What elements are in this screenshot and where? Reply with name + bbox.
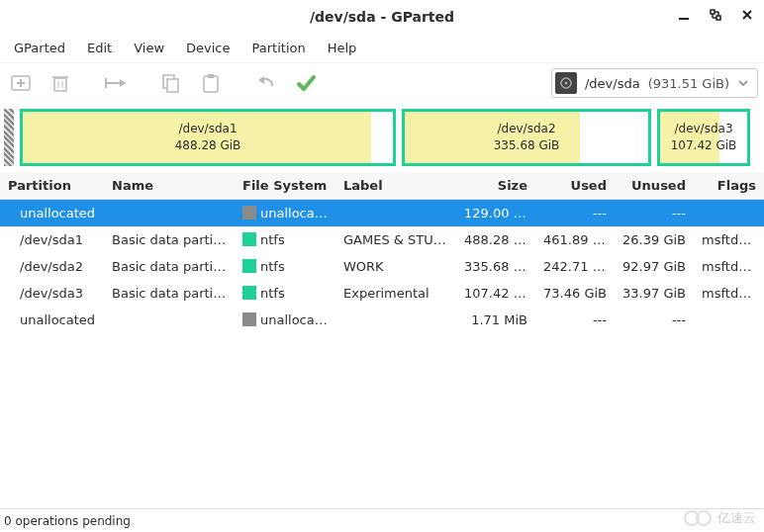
table-row[interactable]: /dev/sda2Basic data partitionntfsWORK335…: [0, 253, 764, 280]
table-row[interactable]: /dev/sda3Basic data partitionntfsExperim…: [0, 280, 764, 307]
device-selector[interactable]: /dev/sda (931.51 GiB): [551, 68, 758, 98]
menu-help[interactable]: Help: [318, 37, 367, 59]
col-unused[interactable]: Unused: [615, 172, 694, 200]
cell-unused: 92.97 GiB: [615, 253, 694, 280]
cell-flags: msftdata: [694, 280, 764, 307]
filesystem-swatch: [242, 259, 256, 273]
cell-name: [104, 307, 235, 333]
cell-partition: /dev/sda3: [0, 280, 104, 307]
menu-view[interactable]: View: [124, 37, 174, 59]
svg-marker-23: [258, 76, 264, 84]
cell-partition: unallocated: [0, 307, 104, 333]
copy-icon[interactable]: [156, 68, 186, 98]
cell-label: Experimental: [335, 280, 456, 307]
operations-pending-label: 0 operations pending: [4, 514, 131, 528]
device-selector-device: /dev/sda: [585, 76, 640, 91]
partition-list: Partition Name File System Label Size Us…: [0, 172, 764, 508]
cell-label: [335, 200, 456, 227]
svg-rect-22: [208, 74, 214, 78]
partition-map-item[interactable]: /dev/sda2335.68 GiB: [402, 109, 651, 166]
table-row[interactable]: unallocatedunallocated129.00 MiB------: [0, 200, 764, 227]
watermark: 亿速云: [682, 508, 756, 528]
apply-icon[interactable]: [291, 68, 321, 98]
cell-name: Basic data partition: [104, 280, 235, 307]
cell-unused: ---: [615, 200, 694, 227]
table-row[interactable]: /dev/sda1Basic data partitionntfsGAMES &…: [0, 226, 764, 253]
cell-used: 73.46 GiB: [535, 280, 615, 307]
svg-marker-17: [120, 79, 126, 87]
cell-name: Basic data partition: [104, 226, 235, 253]
col-label[interactable]: Label: [335, 172, 456, 200]
col-filesystem[interactable]: File System: [235, 172, 335, 200]
partition-map-item[interactable]: /dev/sda3107.42 GiB: [657, 109, 750, 166]
cell-name: Basic data partition: [104, 253, 235, 280]
menu-partition[interactable]: Partition: [242, 37, 316, 59]
cell-unused: ---: [615, 307, 694, 333]
filesystem-swatch: [242, 206, 256, 220]
cell-used: ---: [535, 200, 615, 227]
cell-partition: /dev/sda1: [0, 226, 104, 253]
cell-size: 1.71 MiB: [456, 307, 535, 333]
cell-flags: [694, 307, 764, 333]
partition-map-item[interactable]: /dev/sda1488.28 GiB: [20, 109, 396, 166]
svg-point-25: [564, 82, 567, 85]
menu-edit[interactable]: Edit: [77, 37, 122, 59]
cell-flags: msftdata: [694, 253, 764, 280]
cell-size: 488.28 GiB: [456, 226, 535, 253]
toolbar: /dev/sda (931.51 GiB): [0, 63, 764, 103]
minimize-icon[interactable]: [675, 6, 693, 24]
cell-filesystem: unallocated: [235, 200, 335, 227]
col-flags[interactable]: Flags: [694, 172, 764, 200]
menu-gparted[interactable]: GParted: [4, 37, 75, 59]
chevron-down-icon: [737, 77, 749, 89]
cell-filesystem: unallocated: [235, 307, 335, 333]
svg-rect-12: [54, 78, 66, 91]
cell-size: 335.68 GiB: [456, 253, 535, 280]
window-title: /dev/sda - GParted: [310, 9, 454, 25]
cell-partition: unallocated: [0, 200, 104, 227]
cell-unused: 33.97 GiB: [615, 280, 694, 307]
svg-rect-2: [716, 16, 720, 20]
col-partition[interactable]: Partition: [0, 172, 104, 200]
cell-used: ---: [535, 307, 615, 333]
cell-label: [335, 307, 456, 333]
cell-filesystem: ntfs: [235, 253, 335, 280]
cell-flags: msftdata: [694, 226, 764, 253]
cell-unused: 26.39 GiB: [615, 226, 694, 253]
titlebar: /dev/sda - GParted: [0, 0, 764, 34]
col-size[interactable]: Size: [456, 172, 535, 200]
cell-filesystem: ntfs: [235, 280, 335, 307]
svg-rect-21: [204, 76, 218, 92]
col-used[interactable]: Used: [535, 172, 615, 200]
undo-icon[interactable]: [251, 68, 281, 98]
close-icon[interactable]: [738, 6, 756, 24]
filesystem-swatch: [242, 286, 256, 300]
delete-partition-icon[interactable]: [46, 68, 75, 98]
paste-icon[interactable]: [196, 68, 226, 98]
resize-move-icon[interactable]: [101, 68, 131, 98]
menubar: GParted Edit View Device Partition Help: [0, 34, 764, 63]
partition-map: /dev/sda1488.28 GiB/dev/sda2335.68 GiB/d…: [0, 103, 764, 172]
col-name[interactable]: Name: [104, 172, 235, 200]
cell-label: GAMES & STUDY: [335, 226, 456, 253]
hard-disk-icon: [555, 72, 577, 94]
window-controls: [675, 6, 756, 24]
cell-size: 129.00 MiB: [456, 200, 535, 227]
new-partition-icon[interactable]: [6, 68, 36, 98]
cell-size: 107.42 GiB: [456, 280, 535, 307]
cell-filesystem: ntfs: [235, 226, 335, 253]
cell-flags: [694, 200, 764, 227]
svg-rect-20: [167, 79, 178, 92]
filesystem-swatch: [242, 232, 256, 246]
table-header-row: Partition Name File System Label Size Us…: [0, 172, 764, 200]
cell-label: WORK: [335, 253, 456, 280]
partition-map-unallocated[interactable]: [4, 109, 14, 166]
maximize-icon[interactable]: [707, 6, 724, 24]
cell-used: 242.71 GiB: [535, 253, 615, 280]
statusbar: 0 operations pending 亿速云: [0, 508, 764, 532]
device-selector-size: (931.51 GiB): [648, 76, 729, 91]
menu-device[interactable]: Device: [176, 37, 239, 59]
filesystem-swatch: [242, 312, 256, 326]
cell-partition: /dev/sda2: [0, 253, 104, 280]
table-row[interactable]: unallocatedunallocated1.71 MiB------: [0, 307, 764, 333]
